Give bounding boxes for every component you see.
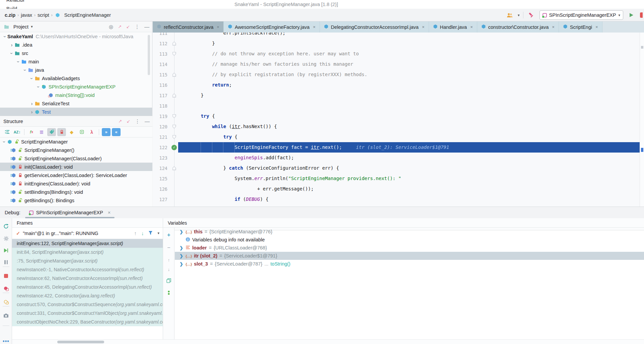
- structure-item[interactable]: init(ClassLoader): void: [0, 163, 152, 171]
- stack-frame-row[interactable]: newInstance:62, NativeConstructorAccesso…: [12, 274, 163, 283]
- lock-icon[interactable]: [57, 128, 66, 136]
- expand-icon[interactable]: ↗: [118, 119, 122, 124]
- clipped-toolbar-icon[interactable]: [640, 12, 643, 18]
- menu-item-refactor[interactable]: Refactor: [3, 0, 29, 4]
- line-number[interactable]: 123: [153, 155, 170, 161]
- close-icon[interactable]: ×: [217, 24, 219, 30]
- thread-dropdown-icon[interactable]: ▾: [157, 231, 159, 235]
- remove-watch-icon[interactable]: −: [163, 244, 174, 252]
- thread-dump-icon[interactable]: [0, 311, 12, 320]
- pause-icon[interactable]: [0, 259, 12, 267]
- code-line[interactable]: 120 while (itr.hasNext()) {: [153, 121, 640, 132]
- project-tree-item[interactable]: ›.idea: [0, 41, 152, 49]
- code-text[interactable]: return;: [178, 80, 640, 90]
- horizontal-scrollbar[interactable]: [12, 339, 644, 344]
- close-icon[interactable]: ×: [470, 24, 473, 30]
- editor-tab[interactable]: DelegatingConstructorAccessorImpl.java×: [320, 21, 429, 33]
- code-text[interactable]: } catch (ServiceConfigurationError err) …: [178, 163, 640, 173]
- editor-tab[interactable]: constructor\Constructor.java×: [477, 21, 559, 33]
- code-text[interactable]: [178, 101, 640, 111]
- structure-item[interactable]: ScriptEngineManager(ClassLoader): [0, 154, 152, 163]
- chevron-icon[interactable]: ›: [2, 139, 7, 144]
- stack-frame-row[interactable]: construct:570, Constructor$ConstructSequ…: [12, 300, 163, 309]
- project-scrollbar[interactable]: [148, 35, 150, 75]
- stack-frame-row[interactable]: newInstance:45, DelegatingConstructorAcc…: [12, 283, 163, 291]
- project-tree-item[interactable]: ›SerializeTest: [0, 99, 152, 108]
- lambda-icon[interactable]: λ: [87, 128, 96, 136]
- chevron-icon[interactable]: ›: [2, 34, 8, 39]
- editor-tab[interactable]: Handler.java×: [429, 21, 477, 33]
- project-root-row[interactable]: ›SnakeYamlC:\Users\VanHurts\OneDrive - m…: [0, 32, 152, 41]
- structure-item[interactable]: getServiceLoader(ClassLoader): ServiceLo…: [0, 171, 152, 179]
- chevron-right-icon[interactable]: ❯: [180, 262, 184, 267]
- structure-item[interactable]: ›ScriptEngineManager: [0, 137, 152, 146]
- code-line[interactable]: 111 err.printStackTrace();: [153, 33, 640, 38]
- code-text[interactable]: + err.getMessage());: [178, 184, 640, 194]
- tag-icon[interactable]: [47, 128, 56, 136]
- code-text[interactable]: ScriptEngineFactory fact = itr.next(); i…: [178, 142, 640, 153]
- editor-body[interactable]: 111 err.printStackTrace();112 }113 // do…: [153, 33, 640, 207]
- line-number[interactable]: 121: [153, 134, 170, 140]
- stack-frame-row[interactable]: init:84, ScriptEngineManager (javax.scri…: [12, 248, 163, 256]
- code-line[interactable]: 121 try {: [153, 132, 640, 142]
- chevron-icon[interactable]: ›: [36, 84, 41, 89]
- down-stack-icon[interactable]: ↓: [141, 230, 144, 236]
- users-dropdown-icon[interactable]: ▾: [518, 13, 520, 17]
- chevron-icon[interactable]: ›: [29, 109, 34, 115]
- scroll-to-source-icon[interactable]: «: [112, 128, 121, 136]
- project-tree-item[interactable]: main(String[]):void: [0, 91, 152, 99]
- stack-frame-row[interactable]: :75, ScriptEngineManager (javax.script): [12, 256, 163, 265]
- mute-breakpoints-icon[interactable]: [0, 298, 12, 306]
- chevron-icon[interactable]: ›: [16, 59, 21, 64]
- structure-item[interactable]: getBindings(): Bindings: [0, 196, 152, 205]
- fold-marker[interactable]: [170, 125, 178, 129]
- variable-row[interactable]: ❯{…}slot_3={ServiceLoader@787}...toStrin…: [175, 260, 644, 268]
- project-tree-item[interactable]: ›AvailableGadgets: [0, 74, 152, 82]
- structure-item[interactable]: setBindings(Bindings): void: [0, 188, 152, 196]
- rerun-icon[interactable]: [0, 222, 12, 230]
- code-line[interactable]: 116 return;: [153, 80, 640, 90]
- move-up-icon[interactable]: ↑: [163, 256, 174, 264]
- fold-marker[interactable]: [170, 42, 178, 46]
- chevron-right-icon[interactable]: ❯: [180, 245, 184, 250]
- hide-panel-icon[interactable]: —: [145, 118, 150, 124]
- expand-icon[interactable]: ↗: [118, 24, 122, 29]
- chevron-icon[interactable]: ›: [9, 51, 14, 56]
- project-tree-item[interactable]: ›SPInScriptEngineManagerEXP: [0, 82, 152, 91]
- code-line[interactable]: 127 if (DEBUG) {: [153, 194, 640, 205]
- hide-panel-icon[interactable]: —: [144, 24, 149, 30]
- line-number[interactable]: 115: [153, 72, 170, 77]
- variable-row[interactable]: ❯loader={URLClassLoader@768}: [175, 244, 644, 252]
- stack-frame-row[interactable]: newInstance0:-1, NativeConstructorAccess…: [12, 265, 163, 274]
- code-text[interactable]: // by explicit registratation (by regist…: [178, 69, 640, 80]
- fold-marker[interactable]: [170, 52, 178, 56]
- users-icon[interactable]: [505, 10, 514, 20]
- options-kebab-icon[interactable]: ⋮: [135, 24, 140, 30]
- fold-marker[interactable]: [170, 166, 178, 170]
- settings-gear-icon[interactable]: [0, 234, 12, 242]
- line-number[interactable]: 114: [153, 62, 170, 67]
- chevron-right-icon[interactable]: ❯: [180, 253, 184, 259]
- resume-icon[interactable]: [0, 246, 12, 254]
- code-text[interactable]: // manage his/her own factories using th…: [178, 59, 640, 69]
- view-breakpoints-icon[interactable]: [0, 285, 12, 293]
- move-down-icon[interactable]: ↓: [163, 265, 174, 273]
- variable-row[interactable]: Variables debug info not available: [175, 236, 644, 244]
- breadcrumb-item[interactable]: c.zip: [5, 12, 15, 18]
- project-view-dropdown-icon[interactable]: ▾: [31, 24, 33, 29]
- structure-item[interactable]: initEngines(ClassLoader): void: [0, 179, 152, 188]
- code-line[interactable]: 124 } catch (ServiceConfigurationError e…: [153, 163, 640, 173]
- code-text[interactable]: }: [178, 90, 640, 101]
- line-number[interactable]: 122: [153, 145, 170, 150]
- chevron-icon[interactable]: ›: [29, 76, 34, 81]
- close-icon[interactable]: ×: [552, 24, 555, 30]
- code-line[interactable]: 118: [153, 101, 640, 111]
- line-number[interactable]: 125: [153, 176, 170, 181]
- stack-frame-row[interactable]: constructObjectNoCheck:229, BaseConstruc…: [12, 318, 163, 326]
- editor-tab[interactable]: AwesomeScriptEngineFactory.java×: [224, 21, 320, 33]
- close-icon[interactable]: ×: [595, 24, 598, 30]
- editor-tab[interactable]: reflect\Constructor.java×: [153, 21, 224, 33]
- variable-row[interactable]: ❯{…}itr (slot_2)={ServiceLoader$1@791}: [175, 252, 644, 260]
- locate-icon[interactable]: ◎: [109, 24, 113, 30]
- line-number[interactable]: 124: [153, 166, 170, 171]
